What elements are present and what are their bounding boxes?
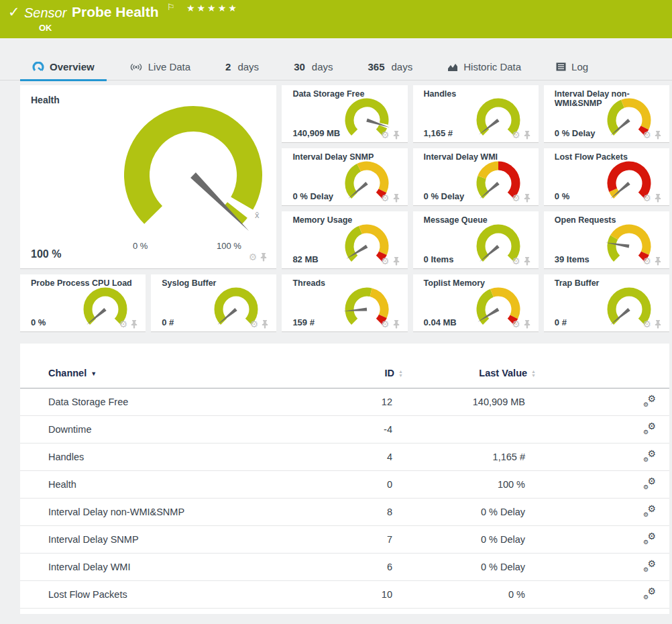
- gauge-card-health: Health 0 % 100 % x̄ 100 % ⚙: [20, 85, 276, 269]
- tab-historic-data[interactable]: Historic Data: [435, 61, 533, 81]
- gear-icon[interactable]: ⚙: [381, 193, 390, 203]
- pin-icon[interactable]: [260, 253, 267, 262]
- tab-log[interactable]: Log: [544, 61, 600, 81]
- gauge-card: Handles1,165 #⚙: [413, 85, 539, 143]
- gear-icon[interactable]: ⚙: [512, 130, 520, 140]
- channel-last-value: [419, 416, 553, 444]
- channel-last-value: 100 %: [419, 471, 553, 499]
- gauge-card: Threads159 #⚙: [282, 274, 407, 332]
- channels-table-body: Data Storage Free12140,909 MB⚙⚙Downtime-…: [20, 388, 669, 609]
- pin-icon[interactable]: [131, 320, 137, 329]
- tab-number: 30: [294, 61, 305, 72]
- channel-name[interactable]: Downtime: [20, 416, 359, 444]
- channel-name[interactable]: Interval Delay SNMP: [20, 526, 359, 554]
- pin-icon[interactable]: [524, 257, 530, 266]
- gauge-card: Open Requests39 Items⚙: [544, 211, 669, 269]
- gear-icon[interactable]: ⚙: [642, 319, 651, 329]
- tab-label: Log: [571, 61, 588, 72]
- channel-last-value: 140,909 MB: [419, 388, 553, 416]
- column-header-last-value[interactable]: Last Value▲▼: [419, 362, 553, 388]
- column-header-id[interactable]: ID▲▼: [359, 362, 419, 388]
- channel-settings-gears-icon[interactable]: ⚙⚙: [643, 505, 656, 517]
- gauge-value: 0.04 MB: [424, 317, 457, 327]
- channel-settings-gears-icon[interactable]: ⚙⚙: [643, 588, 656, 599]
- channel-name[interactable]: Health: [20, 471, 359, 499]
- gear-icon[interactable]: ⚙: [512, 193, 520, 203]
- channel-name[interactable]: Interval Delay WMI: [20, 554, 359, 581]
- gear-icon[interactable]: ⚙: [642, 130, 651, 140]
- gauge-value: 0 %: [555, 191, 569, 201]
- tab-2-days[interactable]: 2 days: [213, 61, 271, 81]
- tab-live-data[interactable]: Live Data: [117, 61, 203, 81]
- gauge-value: 0 Items: [424, 254, 454, 264]
- channel-settings-gears-icon[interactable]: ⚙⚙: [643, 560, 656, 572]
- pin-icon[interactable]: [524, 131, 530, 140]
- gauge-card: Data Storage Free140,909 MB⚙: [282, 85, 407, 143]
- channel-name[interactable]: Handles: [20, 444, 359, 471]
- column-label: Channel: [48, 368, 87, 378]
- priority-stars[interactable]: ★★★★★: [186, 3, 239, 13]
- pin-icon[interactable]: [393, 320, 400, 329]
- column-label: ID: [385, 368, 395, 378]
- gear-icon[interactable]: ⚙: [642, 256, 651, 266]
- gear-icon[interactable]: ⚙: [642, 193, 651, 203]
- channel-settings-gears-icon[interactable]: ⚙⚙: [643, 478, 656, 489]
- tab-number: 365: [368, 61, 385, 72]
- flag-icon[interactable]: ⚐: [167, 2, 175, 12]
- tab-365-days[interactable]: 365 days: [356, 61, 425, 81]
- channel-settings-gears-icon[interactable]: ⚙⚙: [643, 395, 656, 407]
- pin-icon[interactable]: [393, 194, 400, 203]
- gauge-actions: ⚙: [381, 130, 400, 140]
- channel-id: 7: [359, 526, 419, 554]
- gauge-actions: ⚙: [642, 319, 661, 329]
- channel-settings-gears-icon[interactable]: ⚙⚙: [643, 423, 656, 434]
- channel-id: 0: [359, 471, 419, 499]
- tab-bar: Overview Live Data 2 days 30 days 365 da…: [0, 38, 672, 81]
- channel-id: -4: [359, 416, 419, 444]
- pin-icon[interactable]: [655, 194, 661, 203]
- gear-icon[interactable]: ⚙: [512, 319, 520, 329]
- channel-settings-gears-icon[interactable]: ⚙⚙: [643, 450, 656, 462]
- gauge-value: 100 %: [31, 248, 61, 260]
- live-data-icon: [129, 62, 143, 72]
- sensor-status-text: OK: [39, 23, 52, 33]
- pin-icon[interactable]: [262, 320, 268, 329]
- gear-icon[interactable]: ⚙: [381, 319, 390, 329]
- channel-last-value: 0 % Delay: [419, 526, 553, 554]
- pin-icon[interactable]: [655, 131, 661, 140]
- table-row: Health0100 %⚙⚙: [20, 471, 669, 499]
- gear-icon[interactable]: ⚙: [119, 319, 128, 329]
- gear-icon[interactable]: ⚙: [381, 256, 390, 266]
- gear-icon[interactable]: ⚙: [381, 130, 390, 140]
- pin-icon[interactable]: [524, 194, 530, 203]
- tab-label: days: [237, 61, 259, 72]
- gear-icon[interactable]: ⚙: [512, 256, 520, 266]
- channels-panel: Channel▼ ID▲▼ Last Value▲▼ Data Storage …: [20, 344, 669, 614]
- channel-id: 4: [359, 444, 419, 471]
- gauge-actions: ⚙: [642, 130, 661, 140]
- pin-icon[interactable]: [393, 257, 400, 266]
- gauge-card: Trap Buffer0 #⚙: [544, 274, 669, 332]
- channel-name[interactable]: Interval Delay non-WMI&SNMP: [20, 499, 359, 526]
- gauge-actions: ⚙: [249, 252, 268, 262]
- column-header-channel[interactable]: Channel▼: [20, 362, 359, 388]
- gauge-value: 39 Items: [555, 254, 590, 264]
- gauge-value: 1,165 #: [424, 128, 453, 138]
- pin-icon[interactable]: [655, 257, 661, 266]
- tab-overview[interactable]: Overview: [20, 61, 107, 81]
- channel-name[interactable]: Lost Flow Packets: [20, 581, 359, 609]
- pin-icon[interactable]: [393, 131, 400, 140]
- gear-icon[interactable]: ⚙: [249, 252, 258, 262]
- table-row: Interval Delay non-WMI&SNMP80 % Delay⚙⚙: [20, 499, 669, 526]
- tab-30-days[interactable]: 30 days: [282, 61, 345, 81]
- gear-icon[interactable]: ⚙: [250, 319, 259, 329]
- gauge-value: 0 #: [162, 317, 174, 327]
- channel-settings-gears-icon[interactable]: ⚙⚙: [643, 533, 656, 544]
- object-kind-label: Sensor: [24, 5, 66, 21]
- pin-icon[interactable]: [655, 320, 661, 329]
- gauge-actions: ⚙: [512, 130, 530, 140]
- gauge-actions: ⚙: [381, 319, 400, 329]
- pin-icon[interactable]: [524, 320, 530, 329]
- channel-name[interactable]: Data Storage Free: [20, 388, 359, 416]
- gauge-actions: ⚙: [381, 256, 400, 266]
